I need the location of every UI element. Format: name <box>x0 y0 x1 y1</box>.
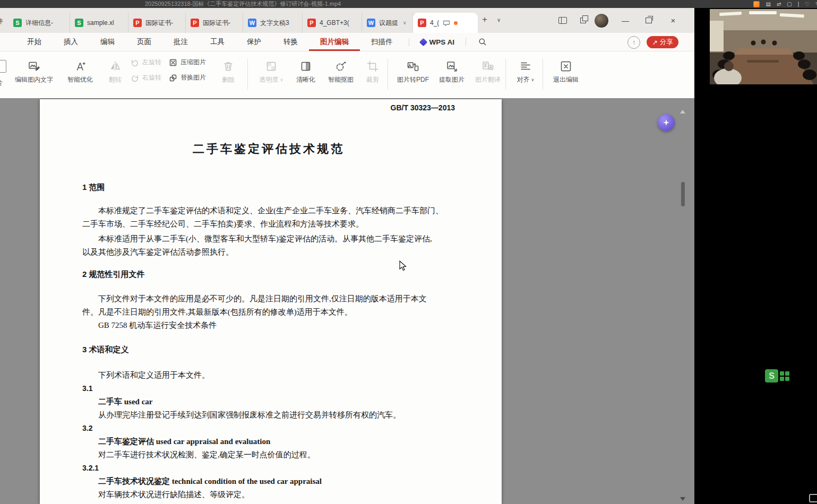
tab-writer-1[interactable]: W 文字文稿3 <box>243 13 303 33</box>
menu-image-edit[interactable]: 图片编辑 <box>309 33 360 51</box>
reference-line: GB 7258 机动车运行安全技术条件 <box>82 319 455 332</box>
menu-comment[interactable]: 批注 <box>162 33 199 51</box>
chevron-down-icon[interactable]: ∨ <box>403 20 407 25</box>
align-button[interactable]: 对齐∨ <box>510 56 541 94</box>
search-button[interactable] <box>471 33 494 51</box>
tab-pdf-1[interactable]: P 国际证书- <box>128 13 186 33</box>
app-logo-icon[interactable] <box>753 1 760 7</box>
tab-pdf-3[interactable]: P 4_GBT+3( <box>303 13 362 33</box>
tab-label: 议题提 <box>379 19 398 28</box>
scroll-up-arrow[interactable] <box>680 110 685 114</box>
terms-intro: 下列术语和定义适用于本文件。 <box>82 369 455 382</box>
button-label: 提取图片 <box>439 75 465 84</box>
edit-image-text-button[interactable]: 编辑图内文字 <box>8 56 59 94</box>
replace-image-button[interactable]: 替换图片 <box>169 73 206 82</box>
window-icon[interactable]: ▢ <box>787 1 792 7</box>
new-tab-button[interactable]: + <box>482 14 487 25</box>
menu-tools[interactable]: 工具 <box>199 33 236 51</box>
partial-ribbon-icon <box>0 60 6 73</box>
close-button[interactable]: × <box>660 8 686 33</box>
ai-assistant-floating-button[interactable] <box>658 114 675 131</box>
partial-ribbon-label: 片 <box>0 79 3 88</box>
button-label: 退出编辑 <box>553 75 579 84</box>
scroll-down-arrow[interactable] <box>680 497 685 501</box>
writer-icon: W <box>248 19 256 27</box>
menu-scan[interactable]: 扫描件 <box>360 33 404 51</box>
paragraph-line: 本标准适用于从事二手车(小、微型客车和大型轿车)鉴定评估的活动。从事其他二手车鉴… <box>82 232 455 246</box>
flip-button[interactable]: 翻转 <box>102 56 128 94</box>
button-label: 压缩图片 <box>180 58 206 67</box>
wps-ai-icon <box>419 38 427 46</box>
avatar <box>595 14 608 28</box>
scrollbar-thumb[interactable] <box>681 182 685 206</box>
share-button[interactable]: ↗ 分享 <box>647 36 678 48</box>
image-to-pdf-icon <box>407 60 419 73</box>
tab-sheet-1[interactable]: S 详细信息- <box>8 13 70 33</box>
smart-optimize-icon <box>74 60 87 73</box>
tab-pdf-2[interactable]: P 国际证书- <box>186 13 243 33</box>
button-label: 左旋转 <box>142 58 161 67</box>
replace-image-icon <box>169 74 177 82</box>
menu-edit[interactable]: 编辑 <box>89 33 126 51</box>
notes-icon[interactable]: ▤ <box>766 1 770 7</box>
window-layout-button[interactable] <box>555 8 570 33</box>
menu-protect[interactable]: 保护 <box>236 33 272 51</box>
video-titlebar: 20250925132318-国标《二手车鉴定评估技术规范》修订研讨会-视频-1… <box>0 0 817 8</box>
tab-list-dropdown-icon[interactable]: ∨ <box>497 17 501 23</box>
smart-cutout-icon <box>334 60 347 73</box>
extract-image-button[interactable]: 提取图片 <box>434 56 469 94</box>
swap-icon[interactable]: ⇄ <box>777 1 781 7</box>
extract-image-icon <box>445 60 458 73</box>
rotate-right-button[interactable]: 右旋转 <box>131 73 161 82</box>
rotate-left-button[interactable]: 左旋转 <box>131 58 161 67</box>
menu-start[interactable]: 开始 <box>16 33 53 51</box>
term-number: 3.2.1 <box>82 462 455 475</box>
mouse-cursor <box>399 260 407 271</box>
tab-writer-2[interactable]: W 议题提 ∨ <box>362 13 413 33</box>
account-button[interactable] <box>594 8 609 33</box>
term-title: 二手车技术状况鉴定 technical condition of the use… <box>82 475 455 488</box>
wps-ai-button[interactable]: WPS AI <box>414 33 461 51</box>
favorite-icon[interactable]: ♡ <box>805 1 810 7</box>
tab-sheet-2[interactable]: S sample.xl <box>70 13 128 33</box>
divider <box>466 38 466 46</box>
button-label: 替换图片 <box>180 73 206 82</box>
paragraph-line: 下列文件对于本文件的应用是必不可少的。凡是注日期的引用文件,仅注日期的版本适用于… <box>82 292 455 306</box>
trash-icon <box>222 60 235 73</box>
divider <box>388 59 388 90</box>
transparency-button[interactable]: 透明度∨ <box>254 56 289 94</box>
compress-image-button[interactable]: 压缩图片 <box>169 58 206 67</box>
workspace-button[interactable] <box>575 8 590 33</box>
watermark-letter: S <box>765 369 778 383</box>
button-label: 裁剪 <box>366 75 379 84</box>
button-label: 删除 <box>222 75 235 84</box>
share-label: 分享 <box>660 38 673 47</box>
menu-convert[interactable]: 转换 <box>272 33 309 51</box>
delete-button[interactable]: 删除 <box>214 56 242 94</box>
minimize-button[interactable]: — <box>614 8 637 33</box>
button-label: 智能抠图 <box>328 75 354 84</box>
rotate-right-icon <box>131 74 139 82</box>
transparency-icon <box>265 60 278 73</box>
term-number: 3.2 <box>82 422 455 435</box>
image-translate-button[interactable]: 图片翻译 <box>470 56 505 94</box>
term-definition: 对车辆技术状况进行缺陷描述、等级评定。 <box>82 488 455 501</box>
image-to-pdf-button[interactable]: 图片转PDF <box>393 56 433 94</box>
button-label: 翻转 <box>109 75 122 84</box>
smart-optimize-button[interactable]: 智能优化 <box>61 56 100 94</box>
flip-icon <box>109 60 122 73</box>
term-number: 3.1 <box>82 382 455 395</box>
document-title: 二手车鉴定评估技术规范 <box>82 141 455 157</box>
video-watermark: S <box>765 369 789 383</box>
spreadsheet-icon: S <box>75 19 83 27</box>
tab-active-pdf[interactable]: P 4_( <box>413 13 478 33</box>
menu-insert[interactable]: 插入 <box>53 33 89 51</box>
clarify-button[interactable]: 清晰化 <box>290 56 322 94</box>
exit-edit-button[interactable]: 退出编辑 <box>547 56 585 94</box>
restore-button[interactable] <box>637 8 660 33</box>
term-title: 二手车 used car <box>82 395 455 409</box>
smart-cutout-button[interactable]: 智能抠图 <box>323 56 359 94</box>
crop-button[interactable]: 裁剪 <box>360 56 385 94</box>
upload-cloud-button[interactable]: ↑ <box>627 36 640 49</box>
menu-page[interactable]: 页面 <box>126 33 162 51</box>
